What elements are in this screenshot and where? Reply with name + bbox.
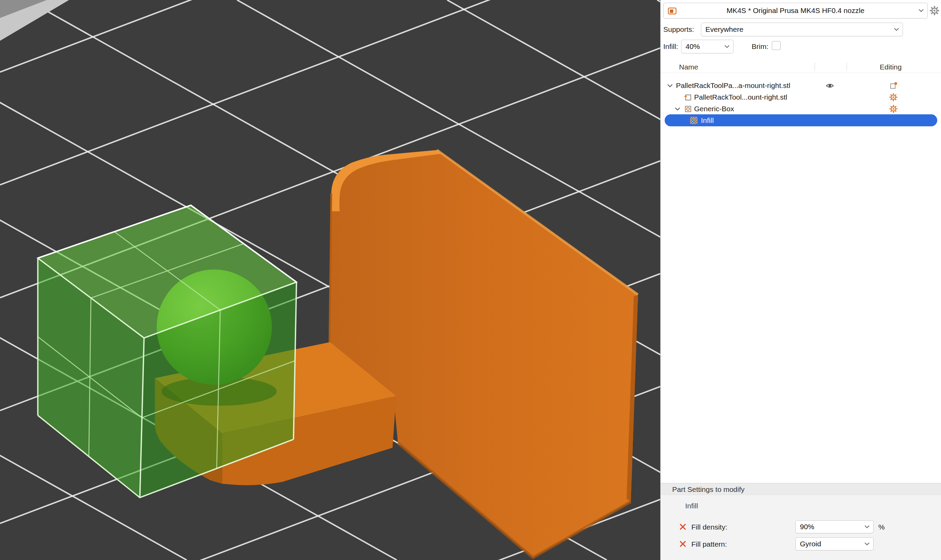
chevron-down-icon xyxy=(893,26,899,32)
column-separator xyxy=(847,62,847,71)
3d-scene[interactable] xyxy=(0,0,660,560)
column-separator xyxy=(815,62,815,71)
column-header-editing: Editing xyxy=(880,63,902,71)
supports-label: Supports: xyxy=(663,25,694,34)
gear-icon[interactable] xyxy=(889,93,898,101)
slicer-window: MK4S * Original Prusa MK4S HF0.4 nozzle … xyxy=(0,0,941,560)
remove-setting-icon[interactable] xyxy=(679,523,687,531)
object-row-generic-box[interactable]: Generic-Box xyxy=(661,103,941,115)
supports-value: Everywhere xyxy=(705,23,744,36)
collapse-chevron-icon[interactable] xyxy=(667,83,673,89)
fill-pattern-label: Fill pattern: xyxy=(692,540,727,548)
infill-value: 40% xyxy=(685,40,700,53)
infill-dropdown[interactable]: 40% xyxy=(681,40,733,54)
chevron-down-icon xyxy=(918,8,924,14)
fill-density-suffix: % xyxy=(878,523,885,531)
fill-density-dropdown[interactable]: 90% xyxy=(795,520,873,533)
part-settings-title: Part Settings to modify xyxy=(672,483,744,495)
part-cube-icon xyxy=(684,93,692,101)
eye-icon[interactable] xyxy=(825,82,834,90)
header-divider xyxy=(661,72,941,73)
fill-pattern-dropdown[interactable]: Gyroid xyxy=(795,537,873,551)
infill-label: Infill: xyxy=(663,42,678,51)
chevron-down-icon xyxy=(864,524,870,530)
fill-density-label: Fill density: xyxy=(692,523,727,531)
fill-density-value: 90% xyxy=(800,521,814,533)
object-row-mount-stl[interactable]: PalletRackToolPa...a-mount-right.stl xyxy=(661,80,941,91)
printer-preset-dropdown[interactable]: MK4S * Original Prusa MK4S HF0.4 nozzle xyxy=(663,3,928,18)
chevron-down-icon xyxy=(864,541,870,547)
column-header-name: Name xyxy=(679,63,698,71)
modifier-name: Generic-Box xyxy=(694,103,734,115)
collapse-chevron-icon[interactable] xyxy=(674,106,681,112)
printer-settings-gear-icon[interactable] xyxy=(930,6,939,15)
modifier-cube-icon xyxy=(684,105,692,113)
supports-dropdown[interactable]: Everywhere xyxy=(701,23,903,36)
chevron-down-icon xyxy=(724,43,730,50)
part-settings-header: Part Settings to modify xyxy=(661,483,941,495)
fill-pattern-value: Gyroid xyxy=(800,538,821,550)
brim-checkbox[interactable] xyxy=(772,41,781,50)
remove-setting-icon[interactable] xyxy=(679,540,687,548)
brim-label: Brim: xyxy=(752,42,769,51)
gear-icon[interactable] xyxy=(889,105,898,113)
right-sidebar: MK4S * Original Prusa MK4S HF0.4 nozzle … xyxy=(660,0,941,560)
3d-viewport[interactable] xyxy=(0,0,660,560)
part-name: PalletRackTool...ount-right.stl xyxy=(694,91,787,103)
object-row-mount-part[interactable]: PalletRackTool...ount-right.stl xyxy=(661,91,941,103)
object-name: PalletRackToolPa...a-mount-right.stl xyxy=(676,80,790,91)
printer-preset-value: MK4S * Original Prusa MK4S HF0.4 nozzle xyxy=(664,3,927,18)
object-row-infill[interactable]: Infill xyxy=(661,115,941,126)
infill-row-name: Infill xyxy=(701,115,714,126)
infill-group-label: Infill xyxy=(685,502,698,510)
infill-pattern-icon xyxy=(690,117,698,124)
editing-badge-icon[interactable] xyxy=(889,82,898,90)
